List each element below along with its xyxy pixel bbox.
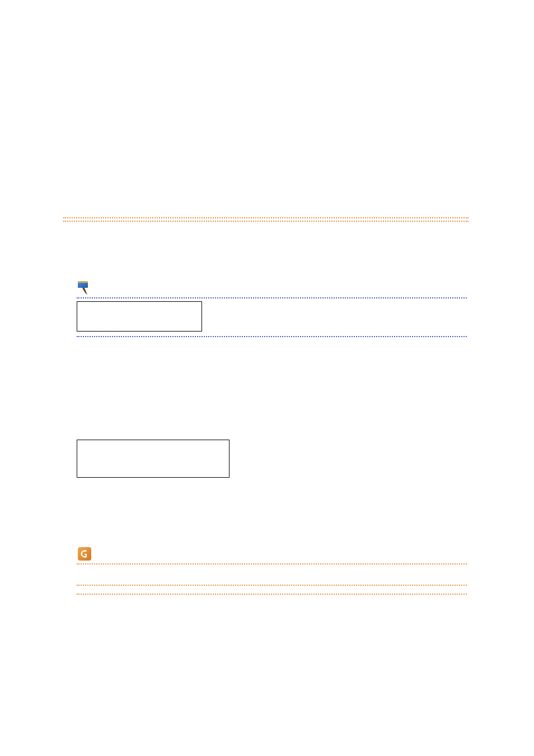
divider-orange-2 — [63, 221, 469, 222]
divider-blue-2 — [77, 336, 467, 337]
divider-blue-1 — [77, 297, 467, 298]
content-box-1 — [77, 301, 202, 332]
divider-orange-1 — [63, 217, 469, 218]
svg-rect-1 — [78, 281, 88, 283]
divider-orange-4 — [77, 585, 467, 586]
content-box-2 — [77, 440, 229, 478]
divider-orange-5 — [77, 594, 467, 595]
divider-orange-3 — [77, 563, 467, 564]
g-tool-icon — [77, 546, 92, 562]
paint-brush-icon — [77, 280, 92, 296]
